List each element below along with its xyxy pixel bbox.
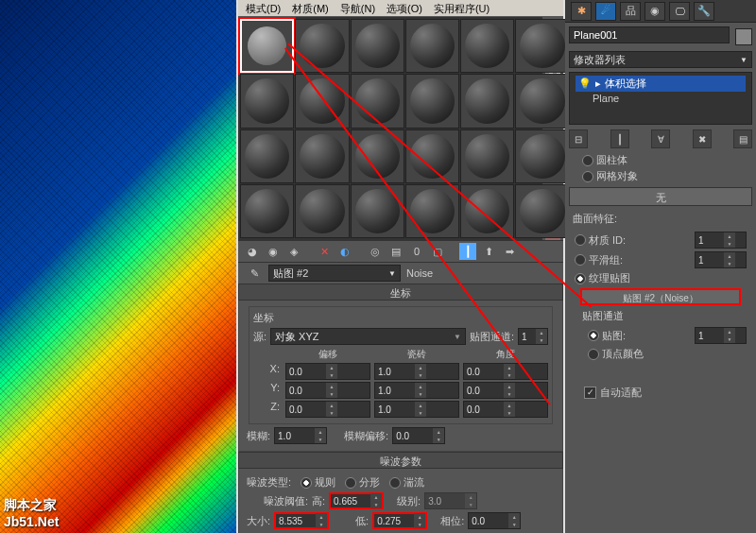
levels-spinner[interactable]: 3.0▲▼ (424, 492, 477, 509)
make-unique-icon[interactable]: ◎ (367, 243, 384, 260)
go-forward-icon[interactable]: ➡ (501, 243, 518, 260)
rollout-coords-header[interactable]: 坐标 (238, 284, 563, 301)
none-button[interactable]: 无 (569, 187, 752, 206)
sample-slot[interactable] (460, 184, 514, 238)
menu-utilities[interactable]: 实用程序(U) (434, 2, 490, 14)
map-channel-spinner[interactable]: 1▲▼ (518, 328, 548, 345)
blur-offset-spinner[interactable]: 0.0▲▼ (392, 427, 445, 444)
texmap-button[interactable]: 贴图 #2（Noise） (580, 288, 741, 305)
smooth-spinner[interactable]: 1▲▼ (695, 251, 747, 268)
sample-slot[interactable] (295, 74, 349, 128)
radio-turbulence[interactable]: 湍流 (389, 475, 424, 490)
z-label: Z: (253, 401, 282, 418)
sample-slot[interactable] (351, 74, 404, 128)
configure-icon[interactable]: ▤ (733, 129, 752, 148)
sample-slot[interactable] (515, 184, 569, 238)
material-name-select[interactable]: 贴图 #2 (268, 265, 401, 282)
pick-material-icon[interactable]: ✎ (246, 265, 263, 282)
create-tab-icon[interactable]: ✱ (571, 2, 592, 21)
radio-matid[interactable]: 材质 ID: (575, 233, 626, 248)
size-spinner[interactable]: 8.535▲▼ (274, 512, 329, 529)
sample-slot[interactable] (405, 74, 459, 128)
sample-slot[interactable] (405, 129, 459, 183)
show-end-result-icon[interactable]: ┃ (610, 129, 629, 148)
x-tile-spinner[interactable]: 1.0▲▼ (374, 363, 459, 380)
modify-tab-icon[interactable]: ☄ (595, 2, 616, 21)
reset-icon[interactable]: ✕ (316, 243, 333, 260)
sample-slot[interactable] (460, 74, 514, 128)
color-swatch[interactable] (735, 28, 752, 45)
sample-slot[interactable] (351, 19, 404, 73)
remove-mod-icon[interactable]: ✖ (693, 129, 712, 148)
rollout-noise-header[interactable]: 噪波参数 (238, 452, 563, 469)
z-angle-spinner[interactable]: 0.0▲▼ (463, 401, 548, 418)
sample-slot[interactable] (460, 19, 514, 73)
sample-slot[interactable] (405, 19, 459, 73)
sample-slot[interactable] (295, 184, 349, 238)
z-tile-spinner[interactable]: 1.0▲▼ (374, 401, 459, 418)
y-offset-spinner[interactable]: 0.0▲▼ (285, 382, 370, 399)
z-offset-spinner[interactable]: 0.0▲▼ (285, 401, 370, 418)
pin-stack-icon[interactable]: ⊟ (569, 129, 588, 148)
object-name-input[interactable]: Plane001 (569, 26, 730, 43)
show-in-viewport-icon[interactable]: ▢ (429, 243, 446, 260)
sample-slot[interactable] (515, 129, 569, 183)
lightbulb-icon[interactable]: 💡 (578, 77, 592, 90)
modifier-list-dropdown[interactable]: 修改器列表 (569, 51, 752, 68)
sample-slot[interactable] (460, 129, 514, 183)
phase-spinner[interactable]: 0.0▲▼ (468, 512, 521, 529)
matid-spinner[interactable]: 1▲▼ (695, 232, 747, 249)
x-offset-spinner[interactable]: 0.0▲▼ (285, 363, 370, 380)
sample-slot[interactable] (351, 184, 404, 238)
mod-item[interactable]: 体积选择 (605, 77, 646, 91)
sample-slot-1[interactable] (240, 19, 294, 73)
sample-slot[interactable] (405, 184, 459, 238)
modifier-stack[interactable]: 💡▸体积选择 Plane (569, 72, 752, 125)
material-editor: 模式(D) 材质(M) 导航(N) 选项(O) 实用程序(U) (236, 0, 565, 533)
radio-regular[interactable]: 规则 (301, 475, 335, 490)
source-dropdown[interactable]: 对象 XYZ (270, 328, 466, 345)
menu-mode[interactable]: 模式(D) (246, 2, 281, 14)
material-id-icon[interactable]: 0 (408, 243, 425, 260)
utilities-tab-icon[interactable]: 🔧 (694, 2, 714, 21)
y-angle-spinner[interactable]: 0.0▲▼ (463, 382, 548, 399)
hierarchy-tab-icon[interactable]: 品 (620, 2, 641, 21)
put-to-scene-icon[interactable]: ◉ (265, 243, 282, 260)
auto-checkbox[interactable]: 自动适配 (584, 386, 642, 400)
map-spinner[interactable]: 1▲▼ (695, 327, 747, 344)
radio-smooth[interactable]: 平滑组: (575, 253, 623, 267)
menu-material[interactable]: 材质(M) (292, 2, 329, 14)
get-material-icon[interactable]: ◕ (244, 243, 261, 260)
rollout-noise-body: 噪波类型: 规则 分形 湍流 噪波阈值: 高: 0.665▲▼ 级别: 3.0▲… (238, 469, 563, 533)
sample-slot[interactable] (351, 129, 404, 183)
go-parent-icon[interactable]: ⬆ (480, 243, 497, 260)
high-spinner[interactable]: 0.665▲▼ (329, 492, 384, 509)
sample-slot[interactable] (240, 129, 294, 183)
copy-icon[interactable]: ◐ (336, 243, 353, 260)
make-unique-icon[interactable]: ∀ (651, 129, 670, 148)
low-spinner[interactable]: 0.275▲▼ (372, 512, 427, 529)
radio-cylinder[interactable]: 圆柱体 (582, 153, 627, 167)
sample-slot[interactable] (240, 74, 294, 128)
sample-slot[interactable] (295, 129, 349, 183)
sample-slot[interactable] (515, 19, 569, 73)
assign-icon[interactable]: ◈ (285, 243, 302, 260)
sample-slot[interactable] (240, 184, 294, 238)
x-angle-spinner[interactable]: 0.0▲▼ (463, 363, 548, 380)
radio-vcolor[interactable]: 顶点颜色 (588, 347, 644, 361)
blur-spinner[interactable]: 1.0▲▼ (274, 427, 327, 444)
radio-mesh-obj[interactable]: 网格对象 (582, 169, 638, 183)
sample-slot[interactable] (515, 74, 569, 128)
sample-slot[interactable] (295, 19, 349, 73)
radio-fractal[interactable]: 分形 (345, 475, 380, 490)
radio-map[interactable]: 贴图: (588, 329, 626, 343)
menu-nav[interactable]: 导航(N) (340, 2, 375, 14)
y-tile-spinner[interactable]: 1.0▲▼ (374, 382, 459, 399)
menu-options[interactable]: 选项(O) (387, 2, 422, 14)
display-tab-icon[interactable]: 🖵 (669, 2, 690, 21)
radio-texmap[interactable]: 纹理贴图 (575, 271, 630, 285)
mod-item[interactable]: Plane (593, 93, 619, 104)
motion-tab-icon[interactable]: ◉ (644, 2, 665, 21)
put-to-library-icon[interactable]: ▤ (387, 243, 404, 260)
show-end-result-icon[interactable]: ┃ (459, 243, 476, 260)
